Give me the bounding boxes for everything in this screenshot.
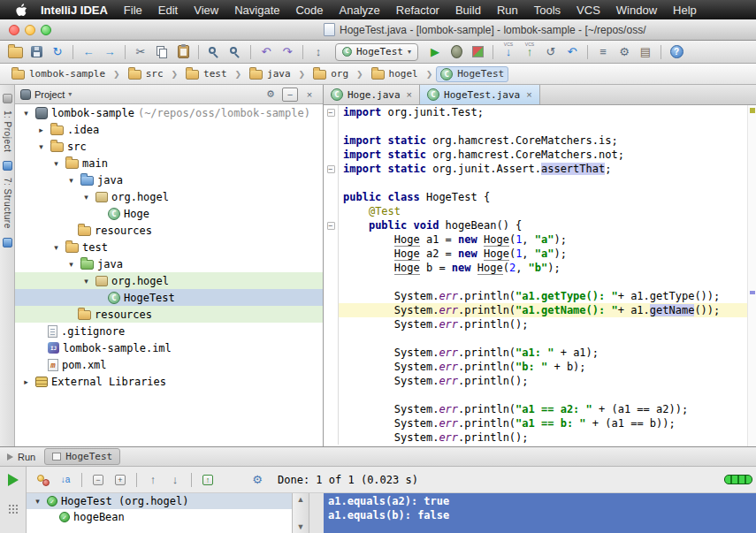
expander-open-icon[interactable]: ▾ (80, 193, 92, 202)
expander-open-icon[interactable]: ▾ (20, 109, 32, 118)
expander-open-icon[interactable]: ▾ (50, 159, 62, 168)
menu-item-intellijidea[interactable]: IntelliJ IDEA (33, 4, 116, 17)
code-editor[interactable]: −import org.junit.Test; import static or… (324, 105, 756, 446)
help-icon[interactable]: ? (667, 43, 686, 61)
replace-icon[interactable] (225, 43, 245, 61)
prev-failed-icon[interactable]: ↑ (143, 471, 163, 489)
run-icon[interactable]: ▶ (425, 43, 445, 61)
cut-icon[interactable]: ✂ (131, 43, 150, 61)
undo-icon[interactable]: ↶ (256, 43, 276, 61)
code-line[interactable] (324, 176, 756, 190)
tree-item[interactable]: ▾org.hogel (15, 188, 323, 205)
back-icon[interactable]: ← (79, 43, 98, 61)
console-line[interactable]: a1.equals(a2): true (328, 494, 752, 508)
scroll-up-icon[interactable]: ▲ (297, 495, 305, 504)
search-icon[interactable] (204, 43, 224, 61)
breadcrumb-item-test[interactable]: test (181, 66, 232, 81)
code-line[interactable]: System.err.println("a1.getType(): "+ a1.… (324, 289, 756, 303)
code-line[interactable]: import static org.hamcrest.CoreMatchers.… (324, 133, 756, 148)
menu-item-tools[interactable]: Tools (526, 4, 569, 17)
code-line[interactable]: System.err.println("b: " + b); (324, 360, 756, 374)
code-line[interactable]: − public void hogeBean() { (324, 218, 756, 232)
menu-item-vcs[interactable]: VCS (569, 4, 608, 17)
expander-closed-icon[interactable]: ▸ (20, 377, 32, 386)
code-line[interactable]: Hoge a1 = new Hoge(1, "a"); (324, 232, 756, 247)
rerun-button[interactable] (8, 474, 19, 486)
menu-item-help[interactable]: Help (665, 4, 705, 17)
apple-menu-icon[interactable] (11, 4, 33, 16)
expand-all-icon[interactable]: + (111, 471, 130, 489)
settings-gear-icon[interactable]: ⚙ (248, 471, 267, 489)
code-line[interactable]: System.err.println("a1: " + a1); (324, 346, 756, 360)
expander-closed-icon[interactable]: ▸ (35, 126, 47, 134)
menu-item-analyze[interactable]: Analyze (332, 4, 388, 17)
breadcrumb-item-org[interactable]: org (309, 66, 353, 81)
expander-open-icon[interactable]: ▾ (65, 176, 77, 185)
tree-item[interactable]: CHoge (15, 205, 323, 222)
chevron-down-icon[interactable]: ▾ (68, 90, 72, 98)
menu-item-navigate[interactable]: Navigate (226, 4, 287, 17)
collapse-all-icon[interactable]: − (282, 88, 298, 102)
tree-item[interactable]: ▾org.hogel (15, 272, 323, 289)
tree-item[interactable]: ▾lombok-sample (~/repos/oss/lombok-sampl… (15, 104, 323, 121)
breadcrumb-item-lombok-sample[interactable]: lombok-sample (7, 66, 110, 81)
copy-icon[interactable] (152, 43, 172, 61)
tree-item[interactable]: ▾test (15, 239, 323, 255)
tree-item[interactable]: ▸External Libraries (15, 373, 323, 390)
tree-item[interactable]: resources (15, 222, 323, 239)
menu-item-view[interactable]: View (186, 4, 226, 17)
code-line[interactable]: System.err.println("a1.getName(): "+ a1.… (324, 303, 756, 317)
expander-open-icon[interactable]: ▾ (65, 260, 77, 269)
save-icon[interactable] (27, 43, 46, 61)
changes-icon[interactable]: ≡ (593, 43, 613, 61)
project-pane-icon[interactable] (3, 161, 12, 171)
expander-open-icon[interactable]: ▾ (32, 497, 43, 506)
dump-threads-icon[interactable] (8, 504, 19, 514)
editor-tab-hogetestjava[interactable]: CHogeTest.java× (420, 85, 540, 104)
expander-open-icon[interactable]: ▾ (80, 277, 92, 286)
tool-window-icon[interactable] (3, 94, 12, 103)
tool-button-structure[interactable]: 7: Structure (3, 178, 12, 229)
tree-item[interactable]: CHogeTest (15, 289, 323, 306)
menu-item-edit[interactable]: Edit (150, 4, 186, 17)
menu-item-file[interactable]: File (116, 4, 150, 17)
code-line[interactable]: Hoge a2 = new Hoge(1, "a"); (324, 247, 756, 261)
minimize-window-icon[interactable] (25, 25, 35, 35)
vcs-commit-icon[interactable]: ↑ (520, 43, 539, 61)
window-title-bar[interactable]: HogeTest.java - [lombok-sample] - lombok… (0, 19, 756, 41)
breadcrumb-item-hogetest[interactable]: CHogeTest (436, 66, 508, 82)
vcs-revert-icon[interactable]: ↶ (562, 43, 582, 61)
close-window-icon[interactable] (9, 25, 19, 35)
run-tab-hogetest[interactable]: HogeTest (44, 448, 120, 465)
code-line[interactable]: System.err.println(); (324, 374, 756, 388)
paste-icon[interactable] (173, 43, 193, 61)
close-tab-icon[interactable]: × (407, 89, 412, 100)
project-panel-title[interactable]: Project (34, 89, 65, 100)
sync-icon[interactable]: ↻ (48, 43, 67, 61)
menu-item-window[interactable]: Window (608, 4, 665, 17)
vcs-history-icon[interactable]: ↺ (541, 43, 561, 61)
code-line[interactable]: System.err.println("a1 == a2: " + (a1 ==… (324, 402, 756, 416)
menu-item-build[interactable]: Build (447, 4, 489, 17)
breadcrumb-item-java[interactable]: java (245, 66, 295, 81)
inspection-status-icon[interactable] (750, 108, 755, 113)
expander-open-icon[interactable]: ▾ (50, 243, 62, 252)
breadcrumb-item-src[interactable]: src (124, 66, 168, 81)
close-tab-icon[interactable]: × (526, 89, 531, 100)
tree-item[interactable]: ▾✓HogeTest (org.hogel) (27, 493, 292, 509)
breadcrumb-item-hogel[interactable]: hogel (367, 66, 423, 81)
tree-item[interactable]: ▾java (15, 171, 323, 188)
maven-icon[interactable]: ▤ (636, 43, 655, 61)
error-stripe[interactable] (747, 105, 756, 446)
tree-item[interactable]: ✓hogeBean (27, 509, 292, 525)
code-line[interactable] (324, 275, 756, 289)
fold-marker-icon[interactable]: − (327, 109, 335, 117)
settings-icon[interactable]: ⚙ (615, 43, 634, 61)
code-line[interactable]: System.err.println("a1 == b: " + (a1 == … (324, 416, 756, 430)
settings-gear-icon[interactable]: ⚙ (263, 88, 279, 102)
console-line[interactable]: a1.equals(b): false (328, 508, 752, 522)
tree-item[interactable]: IJlombok-sample.iml (15, 339, 323, 356)
code-line[interactable]: public class HogeTest { (324, 190, 756, 204)
code-line[interactable] (324, 388, 756, 402)
tree-item[interactable]: ▾src (15, 138, 323, 155)
